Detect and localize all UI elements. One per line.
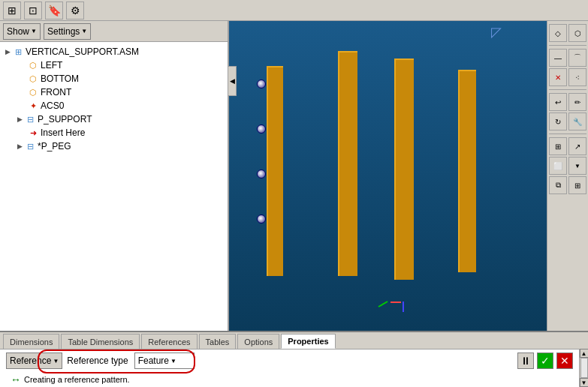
toolbar-btn-4[interactable]: ⚙: [66, 2, 84, 20]
rt-btn-x[interactable]: ✕: [549, 68, 567, 86]
rt-row-1: ◇ ⬡: [549, 24, 586, 42]
tree-item-insert[interactable]: ➜ Insert Here: [3, 126, 225, 140]
rt-sep-3: [549, 134, 586, 134]
ppeg-label: *P_PEG: [38, 141, 71, 152]
pillar-4: [458, 70, 476, 272]
rt-btn-square[interactable]: ⬜: [549, 157, 567, 175]
part-icon-psupport: ⊟: [24, 113, 36, 125]
feature-dropdown[interactable]: Feature ▼: [134, 352, 194, 369]
plane-icon-front: ⬡: [27, 86, 39, 98]
status-icon: ↔: [11, 374, 21, 386]
psupport-label: P_SUPPORT: [38, 114, 92, 124]
bottom-label: BOTTOM: [41, 74, 79, 84]
feature-dropdown-arrow: ▼: [170, 358, 176, 364]
rt-btn-diamond[interactable]: ◇: [549, 24, 567, 42]
tab-dimensions[interactable]: Dimensions: [3, 334, 59, 349]
tab-table-dimensions[interactable]: Table Dimensions: [61, 334, 140, 349]
tab-options-label: Options: [244, 338, 273, 346]
right-toolbar: ◇ ⬡ — ⌒ ✕ ⁖ ↩ ✏ ↻ 🔧 ⊞ ↗ ⬜ ▼ ⧉: [547, 21, 588, 331]
part-icon-ppeg: ⊟: [24, 140, 36, 152]
rt-btn-expand[interactable]: ▼: [568, 157, 586, 175]
dot-4: [257, 214, 266, 224]
rt-btn-arrow-up[interactable]: ↗: [568, 137, 586, 155]
rt-btn-line[interactable]: —: [549, 49, 567, 67]
rt-sep-1: [549, 45, 586, 46]
rt-btn-curve[interactable]: ⌒: [568, 49, 586, 67]
tab-options[interactable]: Options: [237, 334, 279, 349]
rt-btn-dots[interactable]: ⁖: [568, 68, 586, 86]
tab-table-dimensions-label: Table Dimensions: [68, 338, 133, 346]
toolbar-btn-2[interactable]: ⊡: [24, 2, 42, 20]
tab-references-label: References: [148, 338, 190, 346]
dot-2: [257, 124, 266, 134]
toolbar-btn-3[interactable]: 🔖: [45, 2, 63, 20]
confirm-button[interactable]: ✓: [537, 352, 553, 369]
rt-btn-undo[interactable]: ↩: [549, 93, 567, 111]
reference-label: Reference: [10, 356, 51, 366]
rt-btn-grid[interactable]: ⊞: [549, 137, 567, 155]
bottom-content: Reference ▼ Reference type Feature ▼ ⏸: [0, 349, 579, 387]
rt-btn-edit[interactable]: ✏: [568, 93, 586, 111]
tab-tables[interactable]: Tables: [199, 334, 237, 349]
scroll-track: [580, 358, 588, 378]
rt-btn-hex[interactable]: ⬡: [568, 24, 586, 42]
top-toolbar: ⊞ ⊡ 🔖 ⚙: [0, 0, 588, 21]
left-panel: Show ▼ Settings ▼ ▶ ⊞ VERTICAL_SUPPORT.A…: [0, 21, 229, 331]
bottom-row: Reference ▼ Reference type Feature ▼ ⏸: [0, 349, 588, 387]
pause-button[interactable]: ⏸: [517, 352, 534, 369]
plane-icon-left: ⬡: [27, 59, 39, 71]
rt-row-8: ⧉ ⊞: [549, 176, 586, 194]
show-dropdown[interactable]: Show ▼: [3, 23, 41, 40]
settings-dropdown-arrow: ▼: [81, 28, 87, 34]
rt-btn-redo[interactable]: ↻: [549, 112, 567, 130]
rt-btn-layers[interactable]: ⧉: [549, 176, 567, 194]
dot-1: [257, 80, 266, 88]
front-label: FRONT: [41, 87, 71, 98]
bottom-panel: Dimensions Table Dimensions References T…: [0, 331, 588, 387]
reference-type-label: Reference type: [67, 356, 128, 366]
pillar-1: [267, 66, 283, 276]
tree-item-bottom[interactable]: ⬡ BOTTOM: [3, 72, 225, 86]
tab-tables-label: Tables: [206, 338, 230, 346]
acs-icon: ✦: [27, 100, 39, 112]
left-label: LEFT: [41, 60, 62, 70]
cancel-button[interactable]: ✕: [556, 352, 573, 369]
acs0-label: ACS0: [41, 100, 64, 111]
arrow-icon-insert: ➜: [27, 127, 39, 139]
axis-z: [403, 302, 404, 312]
axis-y: [378, 301, 387, 308]
pillar-2: [338, 51, 357, 276]
show-label: Show: [7, 26, 29, 37]
reference-dropdown[interactable]: Reference ▼: [6, 352, 62, 369]
tree-root[interactable]: ▶ ⊞ VERTICAL_SUPPORT.ASM: [3, 45, 225, 58]
rt-btn-plus[interactable]: ⊞: [568, 176, 586, 194]
rt-row-2: — ⌒: [549, 49, 586, 67]
rt-sep-2: [549, 89, 586, 90]
root-label: VERTICAL_SUPPORT.ASM: [26, 46, 139, 57]
root-expand-icon[interactable]: ▶: [3, 47, 12, 56]
feature-selected-label: Feature: [138, 356, 169, 366]
rt-btn-wrench[interactable]: 🔧: [568, 112, 586, 130]
panel-collapse-arrow[interactable]: ◀: [228, 66, 237, 96]
settings-dropdown[interactable]: Settings ▼: [44, 23, 91, 40]
ppeg-expand[interactable]: ▶: [15, 142, 24, 151]
3d-corner-icon: ◸: [491, 24, 502, 40]
scroll-down-btn[interactable]: ▼: [580, 378, 589, 387]
axis-x: [390, 302, 401, 303]
tree-item-psupport[interactable]: ▶ ⊟ P_SUPPORT: [3, 112, 225, 126]
scroll-up-btn[interactable]: ▲: [580, 349, 589, 358]
tree-item-front[interactable]: ⬡ FRONT: [3, 86, 225, 99]
tree-item-ppeg[interactable]: ▶ ⊟ *P_PEG: [3, 140, 225, 153]
tree-item-left[interactable]: ⬡ LEFT: [3, 58, 225, 72]
acs0-expand: [18, 101, 27, 110]
dot-3: [257, 170, 266, 178]
tab-properties[interactable]: Properties: [281, 334, 335, 349]
tree-item-acs0[interactable]: ✦ ACS0: [3, 99, 225, 112]
axis-indicator: [378, 302, 404, 312]
psupport-expand[interactable]: ▶: [15, 115, 24, 124]
rt-row-6: ⊞ ↗: [549, 137, 586, 155]
toolbar-btn-1[interactable]: ⊞: [3, 2, 21, 20]
tree-view: ▶ ⊞ VERTICAL_SUPPORT.ASM ⬡ LEFT ⬡ BOTTOM: [0, 42, 228, 331]
show-dropdown-arrow: ▼: [31, 28, 37, 34]
tab-references[interactable]: References: [141, 334, 197, 349]
